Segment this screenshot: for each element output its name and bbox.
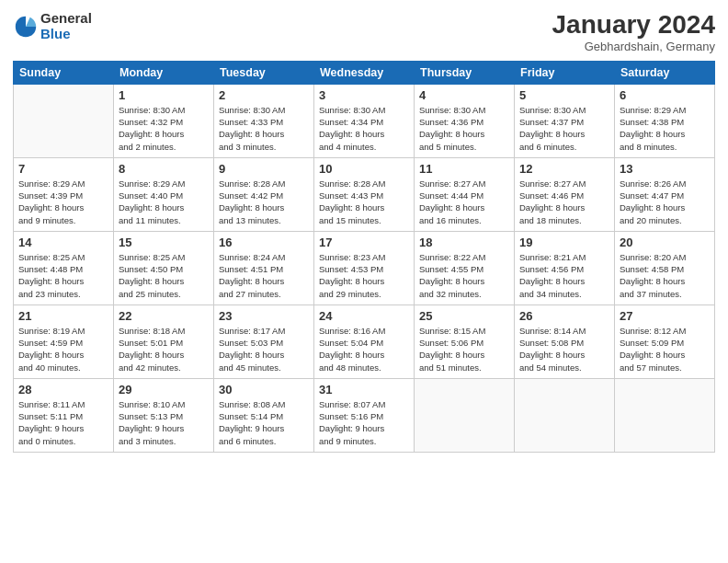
calendar-cell (14, 84, 114, 157)
calendar-cell: 19Sunrise: 8:21 AM Sunset: 4:56 PM Dayli… (515, 231, 615, 304)
day-number: 22 (119, 309, 209, 323)
day-number: 24 (319, 309, 409, 323)
title-area: January 2024 Gebhardshain, Germany (552, 11, 715, 53)
day-number: 31 (319, 383, 409, 396)
day-number: 25 (419, 309, 509, 323)
calendar-cell: 4Sunrise: 8:30 AM Sunset: 4:36 PM Daylig… (415, 84, 515, 157)
calendar-header-thursday: Thursday (415, 61, 515, 84)
day-number: 3 (319, 88, 409, 102)
calendar-header-saturday: Saturday (615, 61, 715, 84)
day-info: Sunrise: 8:08 AM Sunset: 5:14 PM Dayligh… (219, 398, 309, 447)
day-info: Sunrise: 8:23 AM Sunset: 4:53 PM Dayligh… (319, 251, 409, 300)
day-number: 11 (419, 162, 509, 176)
calendar-week-2: 7Sunrise: 8:29 AM Sunset: 4:39 PM Daylig… (14, 157, 715, 231)
page-header: General Blue January 2024 Gebhardshain, … (13, 11, 715, 53)
day-number: 8 (119, 162, 209, 176)
day-info: Sunrise: 8:15 AM Sunset: 5:06 PM Dayligh… (419, 325, 509, 373)
calendar-cell (515, 378, 615, 452)
calendar-cell: 6Sunrise: 8:29 AM Sunset: 4:38 PM Daylig… (615, 84, 715, 157)
calendar-table: SundayMondayTuesdayWednesdayThursdayFrid… (13, 61, 715, 453)
logo-general-text: General (40, 11, 92, 27)
calendar-cell: 2Sunrise: 8:30 AM Sunset: 4:33 PM Daylig… (214, 84, 314, 157)
calendar-cell: 26Sunrise: 8:14 AM Sunset: 5:08 PM Dayli… (515, 304, 615, 378)
day-number: 26 (519, 309, 609, 323)
day-info: Sunrise: 8:25 AM Sunset: 4:48 PM Dayligh… (18, 251, 108, 300)
calendar-cell: 28Sunrise: 8:11 AM Sunset: 5:11 PM Dayli… (14, 378, 114, 452)
calendar-cell: 31Sunrise: 8:07 AM Sunset: 5:16 PM Dayli… (314, 378, 415, 452)
day-info: Sunrise: 8:11 AM Sunset: 5:11 PM Dayligh… (18, 398, 108, 447)
day-number: 7 (18, 162, 108, 176)
day-number: 12 (519, 162, 609, 176)
day-number: 6 (620, 88, 710, 102)
month-title: January 2024 (552, 11, 715, 40)
logo-icon (13, 14, 39, 40)
day-info: Sunrise: 8:07 AM Sunset: 5:16 PM Dayligh… (319, 398, 409, 447)
day-number: 23 (219, 309, 309, 323)
calendar-cell: 1Sunrise: 8:30 AM Sunset: 4:32 PM Daylig… (114, 84, 214, 157)
day-number: 14 (18, 236, 108, 249)
day-number: 2 (219, 88, 309, 102)
day-number: 29 (119, 383, 209, 396)
calendar-cell: 20Sunrise: 8:20 AM Sunset: 4:58 PM Dayli… (615, 231, 715, 304)
day-number: 5 (519, 88, 609, 102)
day-number: 16 (219, 236, 309, 249)
day-number: 13 (620, 162, 710, 176)
day-info: Sunrise: 8:20 AM Sunset: 4:58 PM Dayligh… (620, 251, 710, 300)
day-info: Sunrise: 8:29 AM Sunset: 4:39 PM Dayligh… (18, 178, 108, 226)
day-info: Sunrise: 8:30 AM Sunset: 4:34 PM Dayligh… (319, 104, 409, 153)
calendar-header-row: SundayMondayTuesdayWednesdayThursdayFrid… (14, 61, 715, 84)
calendar-week-5: 28Sunrise: 8:11 AM Sunset: 5:11 PM Dayli… (14, 378, 715, 452)
day-info: Sunrise: 8:29 AM Sunset: 4:38 PM Dayligh… (620, 104, 710, 153)
calendar-cell: 13Sunrise: 8:26 AM Sunset: 4:47 PM Dayli… (615, 157, 715, 231)
location: Gebhardshain, Germany (552, 40, 715, 53)
day-info: Sunrise: 8:30 AM Sunset: 4:33 PM Dayligh… (219, 104, 309, 153)
calendar-header-monday: Monday (114, 61, 214, 84)
calendar-header-friday: Friday (515, 61, 615, 84)
day-info: Sunrise: 8:28 AM Sunset: 4:42 PM Dayligh… (219, 178, 309, 226)
logo-blue-text: Blue (40, 27, 92, 42)
calendar-week-3: 14Sunrise: 8:25 AM Sunset: 4:48 PM Dayli… (14, 231, 715, 304)
day-info: Sunrise: 8:21 AM Sunset: 4:56 PM Dayligh… (519, 251, 609, 300)
calendar-week-1: 1Sunrise: 8:30 AM Sunset: 4:32 PM Daylig… (14, 84, 715, 157)
calendar-cell: 15Sunrise: 8:25 AM Sunset: 4:50 PM Dayli… (114, 231, 214, 304)
day-info: Sunrise: 8:29 AM Sunset: 4:40 PM Dayligh… (119, 178, 209, 226)
day-info: Sunrise: 8:30 AM Sunset: 4:36 PM Dayligh… (419, 104, 509, 153)
day-info: Sunrise: 8:30 AM Sunset: 4:32 PM Dayligh… (119, 104, 209, 153)
day-info: Sunrise: 8:10 AM Sunset: 5:13 PM Dayligh… (119, 398, 209, 447)
day-info: Sunrise: 8:12 AM Sunset: 5:09 PM Dayligh… (620, 325, 710, 373)
calendar-cell: 21Sunrise: 8:19 AM Sunset: 4:59 PM Dayli… (14, 304, 114, 378)
calendar-cell: 9Sunrise: 8:28 AM Sunset: 4:42 PM Daylig… (214, 157, 314, 231)
day-number: 4 (419, 88, 509, 102)
day-info: Sunrise: 8:24 AM Sunset: 4:51 PM Dayligh… (219, 251, 309, 300)
calendar-cell: 16Sunrise: 8:24 AM Sunset: 4:51 PM Dayli… (214, 231, 314, 304)
day-info: Sunrise: 8:18 AM Sunset: 5:01 PM Dayligh… (119, 325, 209, 373)
calendar-cell: 17Sunrise: 8:23 AM Sunset: 4:53 PM Dayli… (314, 231, 415, 304)
calendar-cell: 22Sunrise: 8:18 AM Sunset: 5:01 PM Dayli… (114, 304, 214, 378)
calendar-cell: 7Sunrise: 8:29 AM Sunset: 4:39 PM Daylig… (14, 157, 114, 231)
day-number: 10 (319, 162, 409, 176)
calendar-cell: 24Sunrise: 8:16 AM Sunset: 5:04 PM Dayli… (314, 304, 415, 378)
day-info: Sunrise: 8:19 AM Sunset: 4:59 PM Dayligh… (18, 325, 108, 373)
logo-text: General Blue (40, 11, 92, 41)
day-number: 17 (319, 236, 409, 249)
calendar-cell: 27Sunrise: 8:12 AM Sunset: 5:09 PM Dayli… (615, 304, 715, 378)
calendar-cell: 10Sunrise: 8:28 AM Sunset: 4:43 PM Dayli… (314, 157, 415, 231)
day-info: Sunrise: 8:26 AM Sunset: 4:47 PM Dayligh… (620, 178, 710, 226)
calendar-cell: 12Sunrise: 8:27 AM Sunset: 4:46 PM Dayli… (515, 157, 615, 231)
calendar-cell (615, 378, 715, 452)
calendar-cell: 8Sunrise: 8:29 AM Sunset: 4:40 PM Daylig… (114, 157, 214, 231)
calendar-cell: 23Sunrise: 8:17 AM Sunset: 5:03 PM Dayli… (214, 304, 314, 378)
calendar-cell: 3Sunrise: 8:30 AM Sunset: 4:34 PM Daylig… (314, 84, 415, 157)
day-number: 21 (18, 309, 108, 323)
day-number: 27 (620, 309, 710, 323)
day-info: Sunrise: 8:22 AM Sunset: 4:55 PM Dayligh… (419, 251, 509, 300)
calendar-header-wednesday: Wednesday (314, 61, 415, 84)
calendar-cell: 14Sunrise: 8:25 AM Sunset: 4:48 PM Dayli… (14, 231, 114, 304)
day-number: 15 (119, 236, 209, 249)
logo: General Blue (13, 11, 92, 41)
day-info: Sunrise: 8:25 AM Sunset: 4:50 PM Dayligh… (119, 251, 209, 300)
calendar-header-tuesday: Tuesday (214, 61, 314, 84)
day-info: Sunrise: 8:17 AM Sunset: 5:03 PM Dayligh… (219, 325, 309, 373)
calendar-header-sunday: Sunday (14, 61, 114, 84)
day-info: Sunrise: 8:27 AM Sunset: 4:44 PM Dayligh… (419, 178, 509, 226)
